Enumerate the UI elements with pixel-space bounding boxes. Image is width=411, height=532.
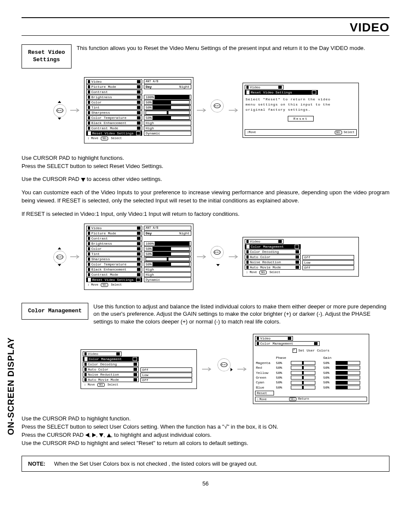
- arrow-right-icon: [70, 108, 81, 112]
- page-title: VIDEO: [22, 21, 389, 34]
- osd-video-submenu-2: Video Color ManagementColor DecodingAuto…: [81, 349, 197, 389]
- side-label: ON-SCREEN DISPLAY: [6, 337, 16, 435]
- down-triangle-icon: [81, 178, 85, 182]
- top-rule: [22, 17, 389, 18]
- diagram-row-1: SELECT Video Picture ModeContrastBrightn…: [22, 77, 389, 143]
- cursor-pad-icon: SELECT: [52, 100, 67, 121]
- up-triangle-icon: [107, 433, 111, 437]
- osd-color-mgmt: Video Color Management Set User Colors P…: [253, 334, 369, 404]
- section-reset-video: Reset Video Settings This function allow…: [22, 44, 389, 68]
- osd-video-menu-1: Video Picture ModeContrastBrightnessColo…: [84, 77, 193, 143]
- desc-color-mgmt: Use this function to adjust and balance …: [93, 303, 389, 326]
- instruction-text: Use CURSOR PAD to highlight functions. P…: [22, 154, 389, 171]
- cursor-pad-icon: SELECT: [52, 246, 67, 268]
- arrow-right-icon: [202, 367, 212, 371]
- label-reset-video: Reset Video Settings: [22, 44, 72, 68]
- set-user-colors-checkbox: [293, 348, 297, 353]
- arrow-right-icon: [237, 367, 248, 371]
- arrow-right-icon: [197, 108, 207, 112]
- arrow-right-icon: [229, 108, 239, 112]
- diagram-row-3: Video Color ManagementColor DecodingAuto…: [22, 334, 389, 404]
- instruction-text: If RESET is selected in Video:1 Input, o…: [22, 210, 389, 218]
- page-number: 56: [22, 480, 389, 487]
- instruction-text: Use the CURSOR PAD to highlight function…: [22, 415, 389, 447]
- title-rule: [22, 35, 389, 36]
- instruction-text: You can customize each of the Video Inpu…: [22, 189, 389, 205]
- desc-reset-video: This function allows you to Reset the Vi…: [77, 44, 365, 52]
- left-triangle-icon: [85, 433, 89, 437]
- section-color-mgmt: Color Management Use this function to ad…: [22, 303, 389, 326]
- note-box: NOTE:When the Set User Colors box is not…: [22, 456, 389, 472]
- arrow-right-icon: [70, 255, 81, 259]
- cursor-pad-right-icon: SELECT: [218, 358, 232, 380]
- reset-button: Reset: [288, 116, 314, 121]
- label-color-mgmt: Color Management: [22, 303, 88, 320]
- osd-reset-dialog: Video Reset Video Settings Select "Reset…: [243, 83, 359, 138]
- right-triangle-icon: [92, 433, 96, 437]
- cursor-pad-down-icon: SELECT: [211, 246, 225, 268]
- down-triangle-icon: [99, 433, 103, 437]
- select-button-icon: SELECT: [211, 100, 225, 121]
- diagram-row-2: SELECT Video Picture ModeContrastBrightn…: [22, 224, 389, 290]
- osd-video-menu-2: Video Picture ModeContrastBrightnessColo…: [84, 224, 193, 290]
- arrow-right-icon: [229, 255, 239, 259]
- instruction-text: Use the CURSOR PAD to access other video…: [22, 175, 389, 184]
- arrow-right-icon: [197, 255, 207, 259]
- osd-video-submenu: Video Color ManagementColor DecodingAuto…: [243, 237, 359, 277]
